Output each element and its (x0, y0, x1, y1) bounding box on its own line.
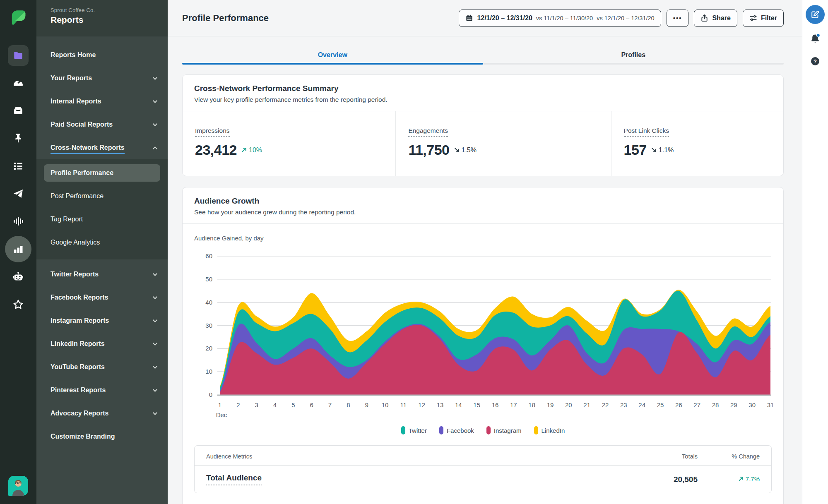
svg-text:27: 27 (693, 401, 700, 408)
audience-growth-chart[interactable]: 01020304050601Dec23456789101112131415161… (194, 242, 773, 420)
help-icon[interactable]: ? (810, 56, 820, 66)
legend-item[interactable]: Twitter (401, 426, 427, 434)
arrow-up-right-icon (241, 147, 247, 153)
sidebar-header: Sprout Coffee Co. Reports (36, 0, 168, 36)
audience-metrics-table: Audience Metrics Totals % Change Total A… (194, 445, 772, 493)
list-icon[interactable] (12, 160, 24, 172)
sidebar-item-customize-branding[interactable]: Customize Branding (36, 425, 168, 448)
summary-card-subtitle: View your key profile performance metric… (194, 96, 772, 103)
chevron-down-icon (152, 295, 158, 301)
report-content: Cross-Network Performance Summary View y… (168, 65, 802, 504)
svg-text:3: 3 (255, 401, 258, 408)
folder-icon[interactable] (8, 45, 29, 66)
sidebar-subitem-google-analytics[interactable]: Google Analytics (36, 231, 168, 254)
star-icon[interactable] (12, 298, 24, 311)
user-avatar[interactable] (8, 476, 28, 496)
share-icon (700, 14, 708, 22)
svg-text:23: 23 (620, 401, 627, 408)
sidebar-subitem-post-performance[interactable]: Post Performance (36, 185, 168, 208)
chevron-down-icon (152, 122, 158, 128)
cross-network-submenu: Profile Performance Post Performance Tag… (36, 159, 168, 259)
share-button[interactable]: Share (694, 10, 737, 27)
svg-text:12: 12 (418, 401, 425, 408)
sidebar-item-paid-social-reports[interactable]: Paid Social Reports (36, 113, 168, 136)
waveform-icon[interactable] (12, 215, 24, 228)
icon-rail (0, 0, 36, 504)
chevron-down-icon (152, 318, 158, 324)
ellipsis-icon: ••• (673, 14, 682, 22)
filter-button[interactable]: Filter (743, 10, 784, 27)
bot-icon[interactable] (12, 271, 24, 283)
more-options-button[interactable]: ••• (667, 10, 689, 27)
svg-text:0: 0 (209, 391, 212, 398)
svg-text:40: 40 (205, 299, 212, 306)
audience-growth-subtitle: See how your audience grew during the re… (194, 209, 772, 216)
metric-value: 23,412 (195, 142, 237, 158)
sidebar-subitem-tag-report[interactable]: Tag Report (36, 208, 168, 231)
metric-change: 1.1% (651, 146, 674, 154)
send-icon[interactable] (12, 187, 24, 200)
gauge-icon[interactable] (12, 77, 24, 89)
network-report-sections: Twitter Reports Facebook Reports Instagr… (36, 263, 168, 448)
svg-text:18: 18 (528, 401, 535, 408)
sprout-leaf-logo[interactable] (10, 9, 27, 26)
sidebar-item-instagram-reports[interactable]: Instagram Reports (36, 309, 168, 332)
legend-label: LinkedIn (542, 427, 565, 434)
chevron-down-icon (152, 387, 158, 394)
chevron-up-icon (152, 145, 158, 151)
tab-overview[interactable]: Overview (182, 36, 483, 65)
sidebar-item-internal-reports[interactable]: Internal Reports (36, 90, 168, 113)
sidebar-subitem-profile-performance[interactable]: Profile Performance (36, 161, 168, 185)
pin-icon[interactable] (12, 132, 24, 144)
metric-label[interactable]: Post Link Clicks (624, 127, 669, 137)
summary-card-title: Cross-Network Performance Summary (194, 84, 772, 93)
svg-text:19: 19 (547, 401, 554, 408)
chevron-down-icon (152, 75, 158, 82)
chart-legend: TwitterFacebookInstagramLinkedIn (194, 426, 772, 434)
legend-item[interactable]: LinkedIn (534, 426, 565, 434)
legend-color-chip (486, 426, 491, 434)
svg-text:14: 14 (455, 401, 462, 408)
svg-text:20: 20 (205, 345, 212, 352)
sidebar-item-twitter-reports[interactable]: Twitter Reports (36, 263, 168, 286)
svg-text:24: 24 (638, 401, 645, 408)
legend-color-chip (401, 426, 405, 434)
sidebar-item-youtube-reports[interactable]: YouTube Reports (36, 355, 168, 379)
svg-text:22: 22 (602, 401, 609, 408)
row-label[interactable]: Total Audience (206, 473, 262, 485)
svg-text:6: 6 (310, 401, 313, 408)
metric-label[interactable]: Engagements (408, 127, 448, 137)
row-total: 20,505 (615, 475, 698, 484)
svg-text:16: 16 (492, 401, 499, 408)
inbox-icon[interactable] (12, 104, 24, 117)
audience-growth-card: Audience Growth See how your audience gr… (182, 187, 784, 504)
legend-item[interactable]: Instagram (486, 426, 522, 434)
table-row-total-audience: Total Audience 20,505 7.7% (195, 466, 771, 493)
filter-label: Filter (761, 14, 777, 22)
sidebar-item-reports-home[interactable]: Reports Home (36, 43, 168, 67)
row-change: 7.7% (738, 475, 760, 482)
legend-label: Twitter (409, 427, 427, 434)
sidebar-item-pinterest-reports[interactable]: Pinterest Reports (36, 379, 168, 402)
legend-item[interactable]: Facebook (439, 426, 474, 434)
compose-button[interactable] (806, 5, 825, 24)
sidebar-item-linkedin-reports[interactable]: LinkedIn Reports (36, 332, 168, 355)
date-range-button[interactable]: 12/1/20 – 12/31/20 vs 11/1/20 – 11/30/20… (459, 10, 661, 27)
metric-label[interactable]: Impressions (195, 127, 230, 137)
notifications-bell-icon[interactable] (809, 33, 821, 45)
svg-text:21: 21 (583, 401, 590, 408)
sidebar-item-facebook-reports[interactable]: Facebook Reports (36, 286, 168, 309)
product-title: Reports (51, 15, 158, 25)
chevron-down-icon (152, 271, 158, 278)
svg-text:50: 50 (205, 276, 212, 283)
sidebar-item-advocacy-reports[interactable]: Advocacy Reports (36, 402, 168, 425)
tab-profiles[interactable]: Profiles (483, 36, 784, 65)
svg-text:9: 9 (365, 401, 368, 408)
report-topbar: Profile Performance 12/1/20 – 12/31/20 v… (168, 0, 802, 36)
sidebar-item-cross-network-reports[interactable]: Cross-Network Reports (36, 136, 168, 159)
metric-post-link-clicks: Post Link Clicks 157 1.1% (611, 111, 783, 176)
bar-chart-icon[interactable] (5, 236, 31, 262)
svg-text:20: 20 (565, 401, 572, 408)
svg-text:31: 31 (767, 401, 773, 408)
sidebar-item-your-reports[interactable]: Your Reports (36, 67, 168, 90)
